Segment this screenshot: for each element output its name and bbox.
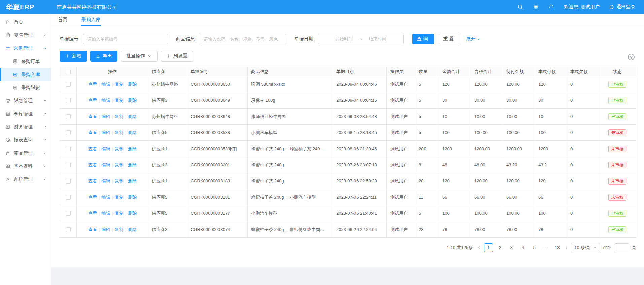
copy-link[interactable]: 复制 bbox=[115, 162, 124, 167]
page-number-last[interactable]: 13 bbox=[553, 243, 562, 252]
sidebar-item-system[interactable]: 系统管理 bbox=[0, 173, 51, 186]
cell-goods: 啤酒 580ml xxsxx bbox=[248, 76, 333, 92]
sidebar-item-reports[interactable]: 报表查询 bbox=[0, 133, 51, 147]
row-checkbox[interactable] bbox=[66, 130, 71, 135]
prev-page-icon[interactable] bbox=[477, 246, 481, 250]
page-number[interactable]: 4 bbox=[518, 243, 527, 252]
view-link[interactable]: 查看 bbox=[88, 82, 97, 87]
row-checkbox[interactable] bbox=[66, 211, 71, 216]
delete-link[interactable]: 删除 bbox=[128, 178, 137, 184]
sidebar-item-label: 首页 bbox=[14, 19, 23, 25]
page-number[interactable]: 2 bbox=[496, 243, 504, 252]
search-icon[interactable] bbox=[517, 4, 523, 10]
sidebar-item-goods[interactable]: 商品管理 bbox=[0, 147, 51, 160]
edit-link[interactable]: 编辑 bbox=[101, 146, 110, 151]
delete-link[interactable]: 删除 bbox=[128, 146, 137, 151]
edit-link[interactable]: 编辑 bbox=[101, 211, 110, 216]
bank-icon[interactable] bbox=[533, 4, 539, 10]
bill-no-input[interactable] bbox=[83, 34, 168, 44]
sidebar-item-purchase-inbound[interactable]: 采购入库 bbox=[0, 68, 51, 81]
delete-link[interactable]: 删除 bbox=[128, 227, 137, 232]
copy-link[interactable]: 复制 bbox=[115, 146, 124, 151]
delete-link[interactable]: 删除 bbox=[128, 130, 137, 135]
view-link[interactable]: 查看 bbox=[88, 146, 97, 151]
row-checkbox[interactable] bbox=[66, 82, 71, 87]
copy-link[interactable]: 复制 bbox=[115, 114, 124, 119]
delete-link[interactable]: 删除 bbox=[128, 98, 137, 103]
page-number[interactable]: 5 bbox=[530, 243, 539, 252]
delete-link[interactable]: 删除 bbox=[128, 82, 137, 87]
jump-page-input[interactable] bbox=[614, 243, 629, 252]
search-button[interactable]: 查询 bbox=[412, 34, 434, 44]
view-link[interactable]: 查看 bbox=[88, 98, 97, 103]
sidebar-item-sales[interactable]: 销售管理 bbox=[0, 94, 51, 107]
column-settings-button[interactable]: 列设置 bbox=[161, 51, 193, 62]
view-link[interactable]: 查看 bbox=[88, 227, 97, 232]
date-range-picker[interactable]: 开始时间 ~ 结束时间 bbox=[318, 34, 404, 44]
copy-link[interactable]: 复制 bbox=[115, 98, 124, 103]
row-checkbox[interactable] bbox=[66, 114, 71, 119]
copy-link[interactable]: 复制 bbox=[115, 82, 124, 87]
sidebar-item-retail[interactable]: 零售管理 bbox=[0, 29, 51, 42]
sidebar-item-finance[interactable]: 财务管理 bbox=[0, 120, 51, 133]
page-size-select[interactable]: 10 条/页 bbox=[571, 243, 600, 252]
row-checkbox[interactable] bbox=[66, 179, 71, 184]
row-checkbox[interactable] bbox=[66, 227, 71, 232]
sidebar-item-purchase-return[interactable]: 采购退货 bbox=[0, 81, 51, 94]
edit-link[interactable]: 编辑 bbox=[101, 130, 110, 135]
delete-link[interactable]: 删除 bbox=[128, 211, 137, 216]
cell-qty: 200 bbox=[415, 141, 439, 157]
sidebar-item-purchase[interactable]: 采购管理 bbox=[0, 42, 51, 55]
view-link[interactable]: 查看 bbox=[88, 114, 97, 119]
edit-link[interactable]: 编辑 bbox=[101, 227, 110, 232]
delete-link[interactable]: 删除 bbox=[128, 162, 137, 167]
sidebar-item-basic-data[interactable]: 基本资料 bbox=[0, 160, 51, 173]
row-checkbox[interactable] bbox=[66, 147, 71, 151]
cell-bill-no: CGRK00000003650 bbox=[187, 76, 248, 92]
export-button[interactable]: 导出 bbox=[90, 51, 117, 62]
view-link[interactable]: 查看 bbox=[88, 211, 97, 216]
cell-debt: 0 bbox=[567, 157, 599, 173]
goods-info-input[interactable] bbox=[200, 34, 286, 44]
tab-purchase-inbound[interactable]: 采购入库 bbox=[81, 14, 101, 26]
batch-operation-button[interactable]: 批量操作 bbox=[121, 51, 158, 62]
bell-icon[interactable] bbox=[548, 4, 554, 10]
view-link[interactable]: 查看 bbox=[88, 195, 97, 200]
delete-link[interactable]: 删除 bbox=[128, 195, 137, 200]
copy-link[interactable]: 复制 bbox=[115, 227, 124, 232]
date-end-placeholder[interactable]: 结束时间 bbox=[369, 36, 386, 42]
date-start-placeholder[interactable]: 开始时间 bbox=[335, 36, 353, 42]
reset-button[interactable]: 重置 bbox=[439, 34, 460, 44]
sidebar-item-purchase-order[interactable]: 采购订单 bbox=[0, 55, 51, 68]
row-checkbox[interactable] bbox=[66, 195, 71, 200]
page-ellipsis[interactable]: ··· bbox=[541, 243, 550, 252]
select-all-checkbox[interactable] bbox=[66, 70, 71, 74]
sidebar-item-home[interactable]: 首页 bbox=[0, 15, 51, 29]
edit-link[interactable]: 编辑 bbox=[101, 162, 110, 167]
copy-link[interactable]: 复制 bbox=[115, 178, 124, 184]
row-checkbox[interactable] bbox=[66, 98, 71, 103]
edit-link[interactable]: 编辑 bbox=[101, 195, 110, 200]
help-icon[interactable]: ? bbox=[628, 54, 635, 60]
row-checkbox[interactable] bbox=[66, 163, 71, 167]
copy-link[interactable]: 复制 bbox=[115, 195, 124, 200]
edit-link[interactable]: 编辑 bbox=[101, 82, 110, 87]
page-number[interactable]: 3 bbox=[507, 243, 516, 252]
delete-link[interactable]: 删除 bbox=[128, 114, 137, 119]
edit-link[interactable]: 编辑 bbox=[101, 114, 110, 119]
expand-link[interactable]: 展开 bbox=[466, 36, 481, 42]
view-link[interactable]: 查看 bbox=[88, 178, 97, 184]
logout-button[interactable]: 退出登录 bbox=[609, 4, 635, 10]
page-number-current[interactable]: 1 bbox=[484, 243, 493, 252]
edit-link[interactable]: 编辑 bbox=[101, 98, 110, 103]
page-size-value: 10 条/页 bbox=[574, 245, 590, 251]
copy-link[interactable]: 复制 bbox=[115, 211, 124, 216]
tab-home[interactable]: 首页 bbox=[57, 14, 68, 26]
sidebar-item-warehouse[interactable]: 仓库管理 bbox=[0, 107, 51, 120]
copy-link[interactable]: 复制 bbox=[115, 130, 124, 135]
edit-link[interactable]: 编辑 bbox=[101, 178, 110, 184]
view-link[interactable]: 查看 bbox=[88, 162, 97, 167]
add-button[interactable]: 新增 bbox=[60, 51, 87, 62]
view-link[interactable]: 查看 bbox=[88, 130, 97, 135]
next-page-icon[interactable] bbox=[564, 246, 568, 250]
